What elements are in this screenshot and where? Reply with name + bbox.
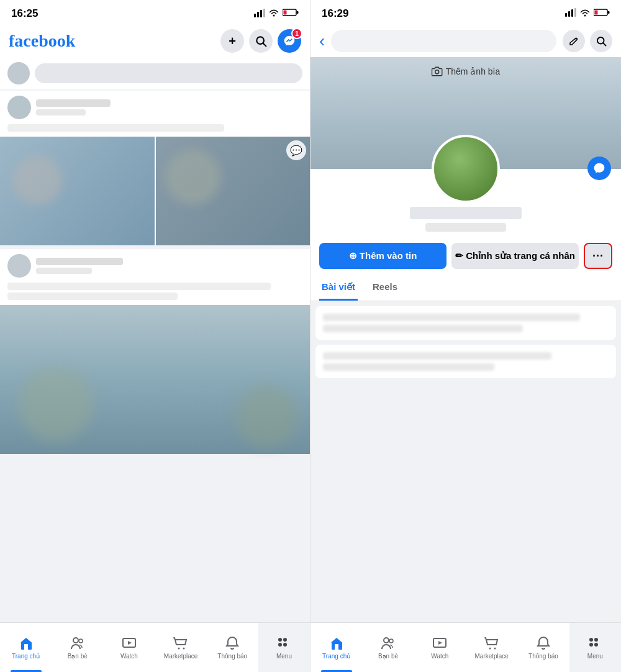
nav-notifications-right[interactable]: Thông báo [517, 623, 569, 672]
home-icon-right [329, 636, 344, 651]
svg-rect-27 [608, 11, 610, 14]
svg-point-17 [278, 638, 282, 642]
profile-name-blur [410, 207, 522, 219]
messenger-button[interactable]: 1 [278, 29, 301, 53]
right-phone: 16:29 ‹ [310, 0, 621, 672]
nav-watch-label-left: Watch [120, 653, 138, 660]
header-icons: + 1 [220, 29, 301, 53]
messenger-float-btn[interactable] [587, 157, 611, 180]
svg-point-18 [283, 638, 287, 642]
svg-line-9 [263, 43, 266, 47]
friends-icon-left [70, 636, 85, 651]
svg-point-19 [278, 643, 282, 647]
nav-menu-left[interactable]: Menu [258, 623, 310, 672]
svg-rect-24 [574, 8, 576, 17]
svg-line-29 [576, 39, 577, 40]
nav-notifications-label-left: Thông báo [217, 653, 247, 660]
svg-point-35 [389, 639, 393, 643]
time-left: 16:25 [11, 7, 38, 20]
svg-point-12 [79, 639, 83, 643]
edit-profile-button[interactable]: ✏ Chỉnh sửa trang cá nhân [451, 243, 579, 269]
camera-icon [432, 66, 443, 77]
nav-menu-label-right: Menu [587, 653, 603, 660]
friends-icon-right [381, 636, 396, 651]
search-icon-right [596, 35, 607, 47]
home-icon-left [19, 636, 34, 651]
svg-point-42 [589, 643, 593, 647]
nav-friends-right[interactable]: Bạn bè [362, 623, 414, 672]
svg-rect-3 [263, 9, 265, 17]
nav-marketplace-left[interactable]: Marketplace [155, 623, 207, 672]
search-button[interactable] [249, 29, 273, 53]
posts-area [310, 301, 621, 622]
svg-rect-22 [568, 11, 570, 17]
more-options-button[interactable]: ··· [584, 243, 612, 269]
svg-line-31 [603, 43, 605, 45]
svg-point-40 [589, 638, 593, 642]
notifications-icon-right [536, 636, 551, 651]
nav-watch-left[interactable]: Watch [103, 623, 155, 672]
watch-icon-left [122, 636, 137, 651]
svg-marker-37 [438, 641, 442, 645]
signal-icon [254, 9, 265, 19]
messenger-badge-count: 1 [291, 28, 302, 39]
profile-action-buttons: ⊕ Thêm vào tin ✏ Chỉnh sửa trang cá nhân… [310, 237, 621, 275]
svg-point-15 [178, 647, 180, 649]
edit-icon [568, 35, 579, 47]
tab-posts[interactable]: Bài viết [319, 275, 358, 301]
svg-rect-33 [335, 644, 338, 650]
avatar-row [310, 169, 621, 203]
facebook-logo: facebook [9, 31, 75, 51]
svg-point-20 [283, 643, 287, 647]
svg-point-25 [584, 15, 586, 17]
time-right: 16:29 [322, 7, 348, 20]
nav-marketplace-right[interactable]: Marketplace [466, 623, 517, 672]
svg-point-16 [183, 647, 185, 649]
nav-home-left[interactable]: Trang chủ [0, 623, 52, 672]
back-button[interactable]: ‹ [319, 31, 325, 51]
nav-notifications-left[interactable]: Thông báo [207, 623, 258, 672]
menu-icon-left [276, 636, 291, 651]
add-button[interactable]: + [220, 29, 244, 53]
svg-point-39 [494, 647, 496, 649]
add-story-button[interactable]: ⊕ Thêm vào tin [319, 243, 446, 269]
wifi-icon-right [579, 8, 591, 19]
svg-rect-0 [254, 14, 256, 17]
menu-icon-right [587, 636, 602, 651]
svg-point-4 [273, 15, 275, 17]
nav-home-right[interactable]: Trang chủ [310, 623, 362, 672]
marketplace-icon-left [173, 636, 188, 651]
svg-point-11 [73, 638, 78, 643]
search-button-right[interactable] [590, 30, 612, 52]
battery-icon-right [594, 8, 610, 19]
svg-rect-21 [565, 13, 567, 17]
nav-notifications-label-right: Thông báo [528, 653, 558, 660]
search-icon [255, 35, 267, 47]
status-bar-right: 16:29 [310, 0, 621, 25]
nav-watch-right[interactable]: Watch [414, 623, 466, 672]
add-story-label: ⊕ Thêm vào tin [349, 250, 417, 261]
tab-reels[interactable]: Reels [370, 275, 400, 301]
bottom-nav-left: Trang chủ Bạn bè Watch Marketplace Thông… [0, 622, 310, 672]
profile-section: Thêm ảnh bìa ⊕ Thêm vào tin ✏ Chỉnh sửa … [310, 57, 621, 301]
battery-icon-left [283, 8, 299, 19]
marketplace-icon-right [484, 636, 499, 651]
svg-rect-7 [284, 11, 287, 15]
status-bar-left: 16:25 [0, 0, 310, 25]
profile-name-bar [331, 30, 556, 52]
right-header: ‹ [310, 25, 621, 57]
nav-watch-label-right: Watch [431, 653, 448, 660]
add-cover-photo-btn[interactable]: Thêm ảnh bìa [432, 66, 501, 77]
right-header-icons [563, 30, 612, 52]
svg-point-34 [384, 638, 389, 643]
bottom-nav-right: Trang chủ Bạn bè Watch Marketplace Thông… [310, 622, 621, 672]
nav-friends-label-left: Bạn bè [68, 653, 88, 660]
nav-marketplace-label-left: Marketplace [164, 653, 197, 660]
nav-menu-label-left: Menu [276, 653, 292, 660]
wifi-icon [268, 8, 279, 19]
nav-menu-right[interactable]: Menu [569, 623, 621, 672]
edit-button[interactable] [563, 30, 585, 52]
edit-profile-label: ✏ Chỉnh sửa trang cá nhân [455, 250, 575, 261]
profile-name-area [310, 203, 621, 237]
nav-friends-left[interactable]: Bạn bè [52, 623, 103, 672]
